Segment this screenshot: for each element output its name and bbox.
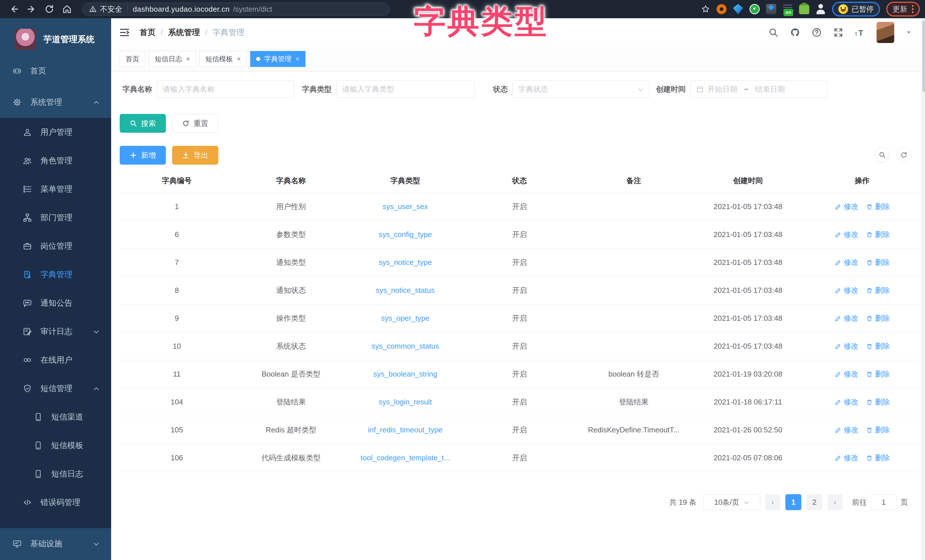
delete-link[interactable]: 删除 [866,341,890,351]
sidebar-item-notice[interactable]: 通知公告 [0,289,111,317]
search-icon[interactable] [768,27,779,38]
delete-link[interactable]: 删除 [866,425,890,435]
help-icon[interactable] [812,27,822,38]
sidebar-item-menu-mgmt[interactable]: 菜单管理 [0,175,111,203]
sidebar-item-sms-channel[interactable]: 短信渠道 [0,403,111,431]
table-row[interactable]: 105 Redis 超时类型 inf_redis_timeout_type 开启… [120,416,919,444]
dict-type-input[interactable] [336,80,475,98]
search-button[interactable]: 搜索 [120,114,166,133]
collapse-sidebar-icon[interactable] [119,27,130,38]
dict-type-link[interactable]: sys_user_sex [348,193,462,220]
sidebar-item-home[interactable]: 首页 [0,55,111,87]
close-icon[interactable]: × [186,55,190,63]
extension-icon[interactable] [749,4,760,14]
fullscreen-icon[interactable] [833,27,844,38]
github-icon[interactable] [790,27,800,38]
toggle-search-button[interactable] [875,148,890,163]
tab-dict-mgmt[interactable]: 字典管理 × [250,51,306,67]
edit-link[interactable]: 修改 [835,453,859,463]
tab-home[interactable]: 首页 [120,51,145,67]
sidebar-item-role-mgmt[interactable]: 角色管理 [0,146,111,175]
scrollbar-thumb[interactable] [922,21,925,92]
dict-type-link[interactable]: sys_boolean_string [348,360,462,388]
sidebar-item-system[interactable]: 系统管理 [0,87,111,118]
edit-link[interactable]: 修改 [835,341,859,351]
user-avatar[interactable] [877,22,894,43]
delete-link[interactable]: 删除 [866,369,890,379]
dict-type-link[interactable]: inf_redis_timeout_type [348,416,462,444]
add-button[interactable]: 新增 [120,146,166,165]
table-row[interactable]: 10 系统状态 sys_common_status 开启 2021-01-05 … [120,333,919,360]
table-row[interactable]: 9 操作类型 sys_oper_type 开启 2021-01-05 17:03… [120,304,919,333]
date-range-picker[interactable]: 开始日期 ~ 结束日期 [690,80,827,98]
edit-link[interactable]: 修改 [835,397,859,407]
tab-sms-template[interactable]: 短信模板 × [199,51,247,67]
edit-link[interactable]: 修改 [835,257,859,268]
breadcrumb-home[interactable]: 首页 [140,27,155,38]
reset-button[interactable]: 重置 [172,114,218,133]
edit-link[interactable]: 修改 [835,230,859,239]
delete-link[interactable]: 删除 [866,202,890,212]
page-size-select[interactable]: 10条/页 [703,494,760,510]
forward-icon[interactable] [27,4,36,14]
table-row[interactable]: 106 代码生成模板类型 tool_codegen_template_t... … [120,444,919,472]
status-select[interactable]: 字典状态 [512,80,650,98]
page-button-1[interactable]: 1 [785,494,801,510]
delete-link[interactable]: 删除 [866,230,890,239]
table-row[interactable]: 6 参数类型 sys_config_type 开启 2021-01-05 17:… [120,221,919,249]
dict-type-link[interactable]: sys_notice_type [348,249,462,276]
table-row[interactable]: 11 Boolean 是否类型 sys_boolean_string 开启 bo… [120,360,919,388]
edit-link[interactable]: 修改 [835,202,859,212]
sidebar-item-infrastructure[interactable]: 基础设施 [0,528,111,559]
bookmark-star-icon[interactable] [701,5,710,14]
delete-link[interactable]: 删除 [866,313,890,323]
sidebar-item-dict-mgmt[interactable]: 字典管理 [0,260,111,289]
prev-page-button[interactable]: ‹ [765,494,780,510]
export-button[interactable]: 导出 [172,146,218,165]
extension-icon[interactable] [766,4,776,14]
dict-type-link[interactable]: sys_oper_type [348,304,462,332]
refresh-table-button[interactable] [896,148,911,163]
user-menu-caret-icon[interactable] [905,29,912,36]
table-row[interactable]: 1 用户性别 sys_user_sex 开启 2021-01-05 17:03:… [120,193,919,221]
app-logo-row[interactable]: 芋道管理系统 [0,18,111,55]
close-icon[interactable]: × [295,55,300,63]
extension-icon[interactable] [716,4,727,14]
profile-paused-chip[interactable]: 已暂停 [832,2,880,17]
page-button-2[interactable]: 2 [806,494,823,510]
table-row[interactable]: 104 登陆结果 sys_login_result 开启 登陆结果 2021-0… [120,388,919,416]
sidebar-item-audit-log[interactable]: 审计日志 [0,317,111,346]
delete-link[interactable]: 删除 [866,397,890,407]
breadcrumb-system[interactable]: 系统管理 [168,27,200,38]
table-row[interactable]: 7 通知类型 sys_notice_type 开启 2021-01-05 17:… [120,249,919,277]
reload-icon[interactable] [44,4,54,14]
dict-type-link[interactable]: sys_config_type [348,221,462,248]
edit-link[interactable]: 修改 [835,313,859,323]
sidebar-item-error-code[interactable]: 错误码管理 [0,488,111,517]
page-scrollbar[interactable] [922,18,925,560]
delete-link[interactable]: 删除 [866,257,890,268]
edit-link[interactable]: 修改 [835,425,859,435]
delete-link[interactable]: 删除 [866,453,890,463]
sidebar-item-online-users[interactable]: 在线用户 [0,346,111,374]
dict-type-link[interactable]: sys_notice_status [348,277,462,304]
update-button[interactable]: 更新 [892,4,907,14]
extension-icon[interactable]: on [782,4,793,14]
back-icon[interactable] [9,4,19,14]
dict-type-link[interactable]: sys_login_result [348,388,462,416]
extension-icon[interactable] [733,4,743,14]
dict-type-link[interactable]: sys_common_status [348,333,462,360]
dict-type-link[interactable]: tool_codegen_template_t... [348,444,462,472]
close-icon[interactable]: × [237,55,241,63]
sidebar-item-sms-template[interactable]: 短信模板 [0,431,111,460]
sidebar-item-sms-mgmt[interactable]: 短信管理 [0,374,111,403]
edit-link[interactable]: 修改 [835,369,859,379]
browser-menu-icon[interactable] [912,5,914,13]
dict-name-input[interactable] [157,80,294,98]
extension-icon[interactable] [799,4,809,14]
tab-sms-log[interactable]: 短信日志 × [149,51,196,67]
edit-link[interactable]: 修改 [835,285,859,295]
sidebar-item-dept-mgmt[interactable]: 部门管理 [0,203,111,232]
address-bar[interactable]: 不安全 dashboard.yudao.iocoder.cn/system/di… [82,3,390,16]
table-row[interactable]: 8 通知状态 sys_notice_status 开启 2021-01-05 1… [120,277,919,304]
